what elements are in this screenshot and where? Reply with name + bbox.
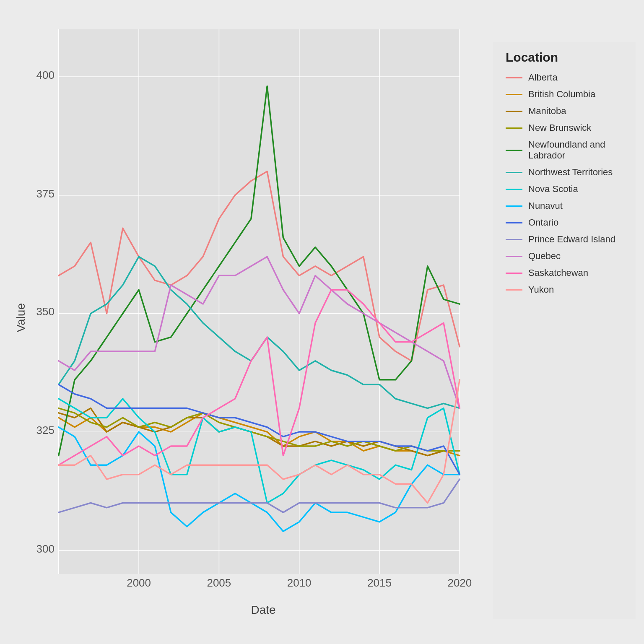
svg-text:2005: 2005	[207, 577, 231, 589]
legend-item-label: Northwest Territories	[528, 167, 613, 178]
legend-line-swatch	[506, 127, 522, 129]
svg-text:2015: 2015	[367, 577, 392, 589]
legend-item-quebec: Quebec	[506, 251, 627, 262]
legend-title: Location	[506, 50, 627, 65]
legend-item-nova-scotia: Nova Scotia	[506, 184, 627, 195]
main-chart: 400 375 350 325 300 2000 2005 2010 2015 …	[34, 17, 493, 603]
legend-line-swatch	[506, 189, 522, 190]
legend-item-label: New Brunswick	[528, 122, 591, 133]
svg-text:375: 375	[36, 188, 55, 200]
legend-line-swatch	[506, 289, 522, 291]
legend-item-label: Saskatchewan	[528, 267, 588, 278]
legend-line-swatch	[506, 222, 522, 223]
legend-item-label: Nunavut	[528, 200, 563, 211]
legend-item-label: Nova Scotia	[528, 184, 578, 195]
svg-text:2020: 2020	[447, 577, 472, 589]
legend-line-swatch	[506, 111, 522, 112]
legend-line-swatch	[506, 172, 522, 173]
svg-text:350: 350	[36, 306, 55, 317]
legend-line-swatch	[506, 150, 522, 151]
svg-rect-1	[59, 29, 460, 574]
legend-item-nunavut: Nunavut	[506, 200, 627, 211]
legend-item-label: Alberta	[528, 72, 558, 83]
legend-item-saskatchewan: Saskatchewan	[506, 267, 627, 278]
legend-line-swatch	[506, 205, 522, 207]
legend-item-label: Prince Edward Island	[528, 234, 615, 245]
legend-item-label: Ontario	[528, 217, 558, 228]
svg-text:400: 400	[36, 69, 55, 81]
legend-item-prince-edward-island: Prince Edward Island	[506, 234, 627, 245]
legend-item-manitoba: Manitoba	[506, 106, 627, 117]
legend-item-british-columbia: British Columbia	[506, 89, 627, 100]
legend-item-newfoundland-and-labrador: Newfoundland and Labrador	[506, 139, 627, 161]
legend-item-label: British Columbia	[528, 89, 595, 100]
legend-item-alberta: Alberta	[506, 72, 627, 83]
legend-item-ontario: Ontario	[506, 217, 627, 228]
legend-item-label: Newfoundland and Labrador	[528, 139, 627, 161]
legend-panel: Location AlbertaBritish ColumbiaManitoba…	[493, 42, 636, 619]
svg-text:325: 325	[36, 424, 55, 436]
legend-line-swatch	[506, 273, 522, 274]
svg-text:300: 300	[36, 543, 55, 555]
y-axis-label: Value	[14, 303, 28, 332]
legend-item-northwest-territories: Northwest Territories	[506, 167, 627, 178]
svg-text:2000: 2000	[127, 577, 151, 589]
legend-item-yukon: Yukon	[506, 284, 627, 295]
legend-item-new-brunswick: New Brunswick	[506, 122, 627, 133]
x-axis-label: Date	[251, 603, 275, 616]
legend-line-swatch	[506, 239, 522, 240]
legend-line-swatch	[506, 77, 522, 78]
legend-item-label: Manitoba	[528, 106, 566, 117]
legend-item-label: Quebec	[528, 251, 561, 262]
legend-line-swatch	[506, 94, 522, 95]
legend-item-label: Yukon	[528, 284, 554, 295]
chart-container: Value	[0, 0, 644, 644]
svg-text:2010: 2010	[287, 577, 312, 589]
legend-line-swatch	[506, 256, 522, 257]
